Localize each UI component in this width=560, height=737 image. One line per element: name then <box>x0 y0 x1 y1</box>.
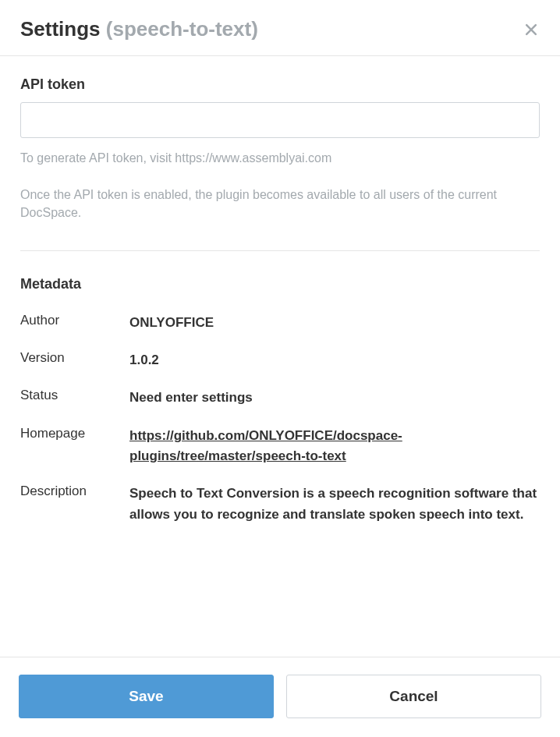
close-icon[interactable] <box>523 21 540 38</box>
meta-value-version: 1.0.2 <box>129 350 540 370</box>
save-button[interactable]: Save <box>19 675 274 718</box>
meta-value-author: ONLYOFFICE <box>129 313 540 333</box>
dialog-title: Settings (speech-to-text) <box>20 17 258 41</box>
api-token-label: API token <box>20 76 540 93</box>
api-token-hint-enabled: Once the API token is enabled, the plugi… <box>20 186 540 221</box>
dialog-footer: Save Cancel <box>0 657 560 737</box>
api-token-hint-generate: To generate API token, visit https://www… <box>20 149 540 167</box>
meta-value-homepage: https://github.com/ONLYOFFICE/docspace-p… <box>129 426 540 467</box>
meta-key-homepage: Homepage <box>20 426 129 467</box>
dialog-body: API token To generate API token, visit h… <box>0 56 560 525</box>
dialog-header: Settings (speech-to-text) <box>0 0 560 56</box>
metadata-section-title: Metadata <box>20 276 540 292</box>
cancel-button[interactable]: Cancel <box>286 675 541 718</box>
meta-key-author: Author <box>20 313 129 333</box>
meta-value-status: Need enter settings <box>129 388 540 408</box>
section-divider <box>20 250 540 251</box>
title-main: Settings <box>20 17 101 41</box>
homepage-link[interactable]: https://github.com/ONLYOFFICE/docspace-p… <box>129 428 402 463</box>
meta-value-description: Speech to Text Conversion is a speech re… <box>129 484 540 525</box>
metadata-table: Author ONLYOFFICE Version 1.0.2 Status N… <box>20 313 540 525</box>
api-token-input[interactable] <box>20 102 540 138</box>
meta-key-status: Status <box>20 388 129 408</box>
meta-key-description: Description <box>20 484 129 525</box>
meta-key-version: Version <box>20 350 129 370</box>
title-subtitle: (speech-to-text) <box>106 17 258 41</box>
